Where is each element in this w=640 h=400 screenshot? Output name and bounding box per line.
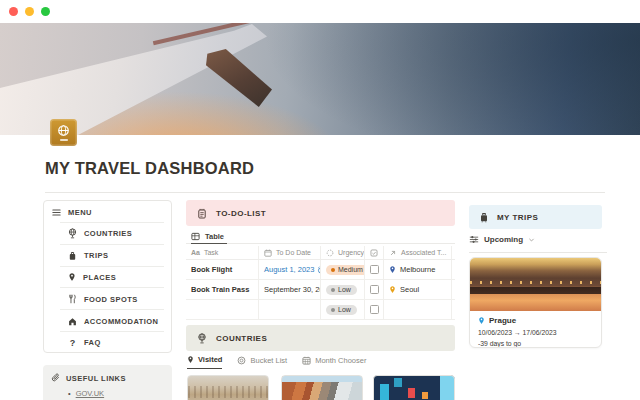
- upcoming-label: Upcoming: [484, 235, 523, 244]
- column-header-task[interactable]: Aa Task: [186, 246, 258, 259]
- tab-month-chooser[interactable]: Month Chooser: [302, 355, 366, 369]
- urgency-pill-low[interactable]: Low: [326, 285, 357, 295]
- close-window-button[interactable]: [9, 7, 18, 16]
- column-header-associated[interactable]: Associated T...: [383, 246, 452, 259]
- checkbox-cell: [364, 260, 383, 279]
- task-value: Book Train Pass: [191, 285, 249, 294]
- task-value: Book Flight: [191, 265, 232, 274]
- app-window: MY TRAVEL DASHBOARD MENU COUNTRIES TRIPS: [0, 0, 640, 400]
- useful-links-card: USEFUL LINKS • GOV.UK: [43, 365, 172, 400]
- pill-dot: [331, 288, 335, 292]
- task-cell[interactable]: Book Flight: [186, 260, 258, 279]
- view-tabs: Table: [186, 230, 455, 244]
- trip-date-range: 10/06/2023 → 17/06/2023: [478, 329, 593, 336]
- gallery-card-city-ruins[interactable]: [187, 375, 269, 400]
- list-item: • GOV.UK: [68, 389, 164, 398]
- task-cell[interactable]: [186, 300, 258, 319]
- my-trips-header[interactable]: MY TRIPS: [469, 205, 602, 229]
- urgency-cell[interactable]: Medium: [320, 260, 364, 279]
- todo-table: Aa Task To Do Date Urgency: [186, 246, 455, 320]
- sidebar-item-label: ACCOMMODATION: [84, 317, 158, 326]
- table-row: Low: [186, 300, 455, 320]
- luggage-icon: [479, 212, 489, 223]
- date-value: September 30, 2023: [264, 285, 320, 294]
- target-icon: [237, 356, 246, 365]
- prague-photo: [470, 258, 601, 311]
- passport-line-icon: [59, 139, 69, 141]
- urgency-pill-medium[interactable]: Medium: [326, 265, 364, 275]
- sidebar-item-label: COUNTRIES: [84, 229, 132, 238]
- associated-cell[interactable]: [383, 300, 452, 319]
- sidebar-item-countries[interactable]: COUNTRIES: [44, 223, 171, 245]
- tab-table-view[interactable]: Table: [191, 231, 227, 244]
- zoom-window-button[interactable]: [41, 7, 50, 16]
- checkbox[interactable]: [370, 305, 379, 314]
- sidebar-item-trips[interactable]: TRIPS: [44, 245, 171, 267]
- tab-label: Table: [205, 232, 224, 241]
- upcoming-divider: [469, 252, 607, 253]
- sidebar-item-places[interactable]: PLACES: [44, 267, 171, 289]
- sidebar-item-food-spots[interactable]: FOOD SPOTS: [44, 288, 171, 310]
- tab-visited[interactable]: Visited: [187, 355, 222, 369]
- checkbox-cell: [364, 300, 383, 319]
- useful-links-title: USEFUL LINKS: [66, 374, 126, 383]
- sidebar-item-faq[interactable]: ? FAQ: [44, 332, 171, 354]
- sidebar-item-label: FOOD SPOTS: [84, 295, 138, 304]
- checkbox[interactable]: [370, 265, 379, 274]
- column-header-checkbox[interactable]: [364, 246, 383, 259]
- column-label: Associated T...: [401, 249, 446, 256]
- menu-title: MENU: [68, 208, 92, 217]
- checkbox[interactable]: [370, 285, 379, 294]
- urgency-cell[interactable]: Low: [320, 300, 364, 319]
- table-header-row: Aa Task To Do Date Urgency: [186, 246, 455, 260]
- column-label: To Do Date: [276, 249, 311, 256]
- associated-value: Seoul: [400, 285, 419, 294]
- bullet: •: [68, 389, 71, 398]
- date-cell[interactable]: September 30, 2023: [258, 280, 320, 299]
- associated-cell[interactable]: Seoul: [383, 280, 452, 299]
- column-header-urgency[interactable]: Urgency: [320, 246, 364, 259]
- table-row: Book Train Pass September 30, 2023 Low S…: [186, 280, 455, 300]
- sidebar-item-accommodation[interactable]: ACCOMMODATION: [44, 310, 171, 332]
- column-label: Task: [204, 249, 218, 256]
- pill-dot: [331, 308, 335, 312]
- sidebar-item-label: FAQ: [84, 338, 101, 347]
- cover-image[interactable]: [0, 23, 640, 135]
- countries-gallery: [186, 375, 455, 400]
- luggage-icon: [68, 251, 77, 261]
- tab-bucket-list[interactable]: Bucket List: [237, 355, 287, 369]
- urgency-pill-low[interactable]: Low: [326, 305, 357, 315]
- relation-arrow-icon: [389, 249, 397, 257]
- countries-title: COUNTRIES: [216, 334, 267, 343]
- todo-list-header[interactable]: TO-DO-LIST: [186, 200, 455, 226]
- date-cell[interactable]: August 1, 2023: [258, 260, 320, 279]
- task-cell[interactable]: Book Train Pass: [186, 280, 258, 299]
- trip-name-row[interactable]: Prague: [478, 316, 593, 325]
- countries-header[interactable]: COUNTRIES: [186, 325, 455, 351]
- chevron-down-icon: [528, 237, 535, 243]
- column-header-date[interactable]: To Do Date: [258, 246, 320, 259]
- todo-list-title: TO-DO-LIST: [216, 209, 266, 218]
- paperclip-icon: [51, 373, 60, 383]
- passport-icon[interactable]: [50, 119, 77, 146]
- menu-card: MENU COUNTRIES TRIPS PLACES: [43, 200, 172, 353]
- associated-value: Melbourne: [400, 265, 435, 274]
- associated-cell[interactable]: Melbourne: [383, 260, 452, 279]
- urgency-cell[interactable]: Low: [320, 280, 364, 299]
- page-title: MY TRAVEL DASHBOARD: [45, 159, 254, 178]
- question-icon: ?: [68, 338, 77, 348]
- urgency-value: Medium: [338, 266, 363, 273]
- countries-tabs: Visited Bucket List Month Chooser: [187, 355, 366, 369]
- link-gov-uk[interactable]: GOV.UK: [76, 389, 104, 398]
- trip-card-prague[interactable]: Prague 10/06/2023 → 17/06/2023 -39 days …: [469, 257, 602, 348]
- minimize-window-button[interactable]: [25, 7, 34, 16]
- text-property-icon: Aa: [191, 249, 200, 256]
- calendar-icon: [264, 249, 272, 257]
- gallery-card-coastal-village[interactable]: [281, 375, 363, 400]
- date-cell[interactable]: [258, 300, 320, 319]
- upcoming-filter[interactable]: Upcoming: [469, 235, 535, 244]
- tab-label: Bucket List: [250, 356, 287, 365]
- pin-icon: [68, 272, 76, 282]
- gallery-card-neon-night-city[interactable]: [373, 375, 455, 400]
- menu-header[interactable]: MENU: [44, 201, 171, 223]
